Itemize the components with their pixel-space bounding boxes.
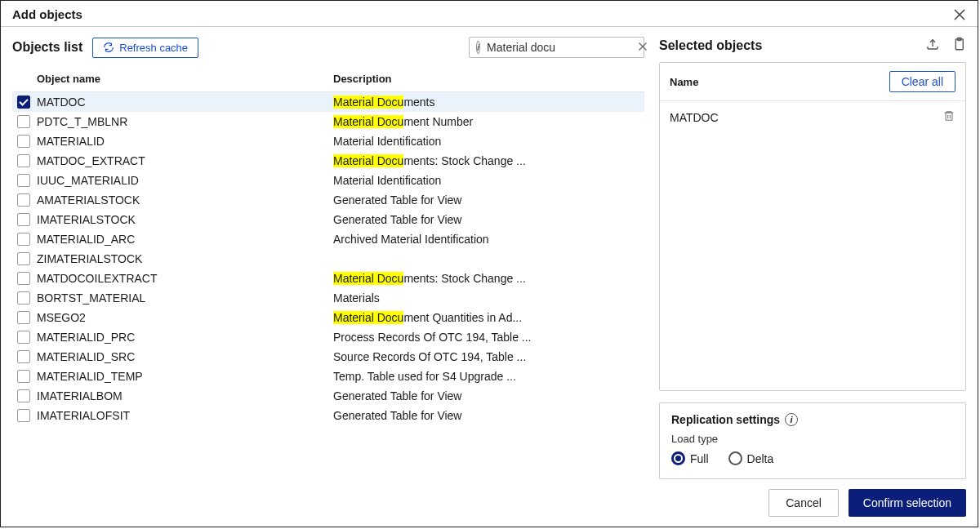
export-icon[interactable] — [925, 37, 940, 54]
object-description: Material Identification — [328, 171, 644, 190]
objects-table: Object name Description MATDOCMaterial D… — [12, 66, 644, 425]
table-row[interactable]: IMATERIALSTOCKGenerated Table for View — [12, 210, 644, 229]
selected-item: MATDOC — [660, 101, 965, 133]
search-input-wrapper[interactable]: i — [469, 37, 644, 58]
selected-objects-header: Selected objects — [659, 37, 966, 54]
row-checkbox[interactable] — [17, 174, 30, 187]
row-checkbox[interactable] — [17, 311, 30, 324]
row-checkbox[interactable] — [17, 233, 30, 246]
row-checkbox[interactable] — [17, 291, 30, 305]
object-name: PDTC_T_MBLNR — [37, 115, 127, 128]
table-row[interactable]: IMATERIALOFSITGenerated Table for View — [12, 406, 644, 425]
row-checkbox[interactable] — [17, 252, 30, 265]
row-checkbox[interactable] — [17, 389, 30, 402]
refresh-cache-button[interactable]: Refresh cache — [92, 38, 198, 58]
cancel-button[interactable]: Cancel — [768, 489, 839, 517]
table-row[interactable]: MATERIALID_PRCProcess Records Of OTC 194… — [12, 327, 644, 347]
selected-objects-panel: Selected objects Name Clear all MATDOC — [659, 37, 966, 479]
table-row[interactable]: ZIMATERIALSTOCK — [12, 249, 644, 269]
object-name: IMATERIALSTOCK — [37, 213, 136, 226]
objects-table-container[interactable]: Object name Description MATDOCMaterial D… — [12, 66, 644, 479]
objects-list-header: Objects list Refresh cache i — [12, 37, 644, 58]
table-row[interactable]: MATDOCOILEXTRACTMaterial Documents: Stoc… — [12, 269, 644, 288]
object-name: MSEGO2 — [37, 311, 86, 324]
table-row[interactable]: MSEGO2Material Document Quantities in Ad… — [12, 308, 644, 327]
load-type-delta[interactable]: Delta — [728, 451, 774, 465]
row-checkbox[interactable] — [17, 135, 30, 148]
replication-settings-box: Replication settings i Load type Full De… — [659, 402, 966, 479]
object-description: Material Document Number — [328, 112, 644, 131]
row-checkbox[interactable] — [17, 96, 30, 109]
svg-rect-7 — [946, 113, 952, 120]
row-checkbox[interactable] — [17, 331, 30, 344]
selected-name-label: Name — [670, 76, 698, 88]
objects-list-heading: Objects list — [12, 40, 82, 55]
table-row[interactable]: MATERIALIDMaterial Identification — [12, 131, 644, 151]
object-description: Source Records Of OTC 194, Table ... — [328, 347, 644, 367]
search-input[interactable] — [485, 40, 631, 55]
close-icon[interactable] — [953, 8, 966, 21]
row-checkbox[interactable] — [17, 272, 30, 285]
row-checkbox[interactable] — [17, 193, 30, 207]
row-checkbox[interactable] — [17, 213, 30, 226]
dialog-body: Objects list Refresh cache i — [1, 27, 978, 479]
info-icon[interactable]: i — [785, 413, 798, 426]
object-description: Material Documents — [328, 92, 644, 113]
object-description: Material Identification — [328, 131, 644, 151]
clear-search-icon[interactable] — [636, 41, 649, 54]
refresh-label: Refresh cache — [119, 42, 188, 54]
object-name: MATDOCOILEXTRACT — [37, 272, 158, 285]
row-checkbox[interactable] — [17, 409, 30, 422]
object-description: Materials — [328, 288, 644, 308]
table-row[interactable]: AMATERIALSTOCKGenerated Table for View — [12, 190, 644, 210]
object-description: Process Records Of OTC 194, Table ... — [328, 327, 644, 347]
object-description: Temp. Table used for S4 Upgrade ... — [328, 367, 644, 386]
row-checkbox[interactable] — [17, 115, 30, 128]
object-name: MATDOC_EXTRACT — [37, 154, 145, 167]
object-description: Generated Table for View — [328, 406, 644, 425]
object-name: MATERIALID_ARC — [37, 233, 135, 246]
column-header-object[interactable]: Object name — [12, 66, 328, 92]
load-type-label: Load type — [671, 433, 954, 445]
table-row[interactable]: BORTST_MATERIALMaterials — [12, 288, 644, 308]
object-name: MATERIALID — [37, 135, 105, 148]
object-description: Generated Table for View — [328, 386, 644, 406]
clear-all-button[interactable]: Clear all — [889, 71, 956, 92]
object-name: MATDOC — [37, 96, 86, 109]
object-description: Material Document Quantities in Ad... — [328, 308, 644, 327]
object-name: BORTST_MATERIAL — [37, 291, 145, 305]
column-header-description[interactable]: Description — [328, 66, 644, 92]
clipboard-icon[interactable] — [951, 37, 966, 54]
table-row[interactable]: PDTC_T_MBLNRMaterial Document Number — [12, 112, 644, 131]
object-name: MATERIALID_TEMP — [37, 370, 143, 383]
load-type-full[interactable]: Full — [671, 451, 709, 465]
table-row[interactable]: IUUC_MATERIALIDMaterial Identification — [12, 171, 644, 190]
table-row[interactable]: MATERIALID_TEMPTemp. Table used for S4 U… — [12, 367, 644, 386]
table-row[interactable]: MATERIALID_SRCSource Records Of OTC 194,… — [12, 347, 644, 367]
table-row[interactable]: MATERIALID_ARCArchived Material Identifi… — [12, 229, 644, 249]
info-icon: i — [476, 41, 480, 54]
replication-settings-title: Replication settings i — [671, 413, 954, 426]
row-checkbox[interactable] — [17, 154, 30, 167]
object-description: Generated Table for View — [328, 190, 644, 210]
confirm-selection-button[interactable]: Confirm selection — [849, 489, 966, 517]
table-row[interactable]: MATDOCMaterial Documents — [12, 92, 644, 113]
object-description: Material Documents: Stock Change ... — [328, 151, 644, 171]
dialog-title: Add objects — [12, 7, 82, 21]
add-objects-dialog: Add objects Objects list Refresh cache i — [0, 0, 978, 527]
row-checkbox[interactable] — [17, 370, 30, 383]
object-name: ZIMATERIALSTOCK — [37, 252, 142, 265]
selected-box-header: Name Clear all — [660, 63, 965, 101]
object-name: AMATERIALSTOCK — [37, 193, 140, 207]
refresh-icon — [103, 42, 114, 53]
table-row[interactable]: MATDOC_EXTRACTMaterial Documents: Stock … — [12, 151, 644, 171]
remove-selected-icon[interactable] — [942, 109, 956, 125]
object-name: MATERIALID_PRC — [37, 331, 135, 344]
objects-list-panel: Objects list Refresh cache i — [12, 37, 644, 479]
row-checkbox[interactable] — [17, 350, 30, 363]
table-row[interactable]: IMATERIALBOMGenerated Table for View — [12, 386, 644, 406]
object-name: IMATERIALOFSIT — [37, 409, 130, 422]
object-description — [328, 249, 644, 269]
selected-list: MATDOC — [660, 101, 965, 390]
selected-objects-heading: Selected objects — [659, 38, 762, 53]
